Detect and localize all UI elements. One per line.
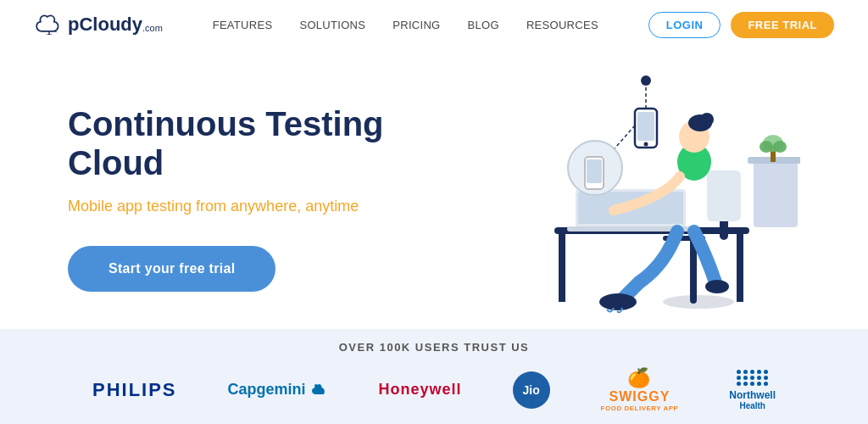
honeywell-logo: Honeywell	[379, 381, 462, 399]
logo-label: pCloudy	[68, 14, 142, 36]
northwell-logo: Northwell Health	[729, 370, 776, 410]
nav-resources[interactable]: RESOURCES	[526, 19, 598, 31]
navbar: pCloudy .com FEATURES SOLUTIONS PRICING …	[0, 0, 868, 49]
northwell-grid-icon	[737, 370, 769, 386]
hero-content: Continuous Testing Cloud Mobile app test…	[68, 104, 424, 292]
svg-point-21	[644, 142, 648, 147]
svg-rect-4	[737, 234, 743, 302]
capgemini-label: Capgemini	[228, 381, 306, 399]
login-button[interactable]: LOGIN	[648, 12, 721, 38]
svg-point-8	[663, 295, 734, 309]
philips-label: PHILIPS	[92, 379, 177, 401]
jio-logo: Jio	[513, 371, 550, 409]
philips-logo: PHILIPS	[92, 379, 177, 401]
nav-features[interactable]: FEATURES	[213, 19, 273, 31]
svg-point-16	[700, 113, 714, 126]
nav-actions: LOGIN FREE TRIAL	[648, 12, 834, 38]
logo-cloud-icon	[34, 14, 64, 35]
illustration-svg	[444, 62, 800, 329]
hero-subtitle-accent: anytime	[305, 198, 359, 215]
hero-title: Continuous Testing Cloud	[68, 104, 424, 182]
hero-illustration	[444, 62, 800, 329]
svg-point-18	[705, 280, 729, 293]
hero-subtitle-main: Mobile app testing from anywhere,	[68, 198, 305, 215]
brand-logos-row: PHILIPS Capgemini Honeywell Jio 🍊 SWIGGY…	[92, 367, 776, 412]
capgemini-cloud-icon	[311, 384, 328, 396]
hero-section: Continuous Testing Cloud Mobile app test…	[0, 49, 868, 329]
svg-point-23	[641, 75, 651, 86]
northwell-label: Northwell	[729, 389, 776, 401]
svg-rect-12	[707, 170, 741, 221]
logo[interactable]: pCloudy .com	[34, 14, 163, 36]
nav-links: FEATURES SOLUTIONS PRICING BLOG RESOURCE…	[213, 19, 598, 31]
start-trial-button[interactable]: Start your free trial	[68, 246, 275, 292]
swiggy-logo: 🍊 SWIGGY FOOD DELIVERY APP	[601, 367, 679, 412]
trust-heading: OVER 100K USERS TRUST US	[339, 341, 530, 354]
hero-subtitle: Mobile app testing from anywhere, anytim…	[68, 198, 424, 215]
swiggy-sublabel: FOOD DELIVERY APP	[601, 404, 679, 412]
nav-blog[interactable]: BLOG	[468, 19, 499, 31]
nav-pricing[interactable]: PRICING	[392, 19, 440, 31]
svg-rect-20	[637, 112, 654, 141]
jio-label: Jio	[522, 383, 539, 397]
free-trial-button[interactable]: FREE TRIAL	[731, 12, 834, 38]
nav-solutions[interactable]: SOLUTIONS	[299, 19, 365, 31]
honeywell-label: Honeywell	[379, 381, 462, 399]
logo-com: .com	[142, 23, 163, 33]
svg-rect-3	[559, 234, 565, 302]
svg-rect-28	[754, 159, 798, 227]
trust-band: OVER 100K USERS TRUST US PHILIPS Capgemi…	[0, 329, 868, 424]
capgemini-logo: Capgemini	[228, 381, 328, 399]
svg-point-33	[773, 141, 787, 153]
swiggy-icon: 🍊	[627, 367, 651, 389]
svg-rect-27	[587, 159, 602, 183]
svg-point-32	[760, 141, 773, 153]
northwell-sublabel: Health	[739, 401, 765, 410]
swiggy-label: SWIGGY	[609, 389, 670, 404]
svg-point-17	[599, 293, 637, 310]
